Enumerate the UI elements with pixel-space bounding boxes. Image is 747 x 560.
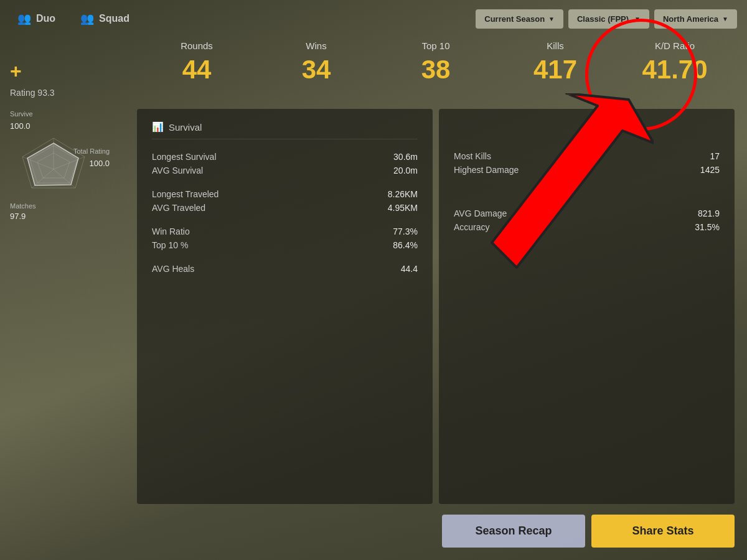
region-dropdown[interactable]: North America ▼: [654, 9, 737, 29]
survive-label: Survive: [10, 110, 33, 118]
top10-percent-value: 86.4%: [393, 240, 418, 250]
rounds-value: 44: [137, 55, 256, 85]
avg-survival-label: AVG Survival: [152, 166, 203, 175]
most-kills-value: 17: [710, 151, 720, 161]
longest-traveled-value: 8.26KM: [388, 189, 418, 199]
accuracy-row: Accuracy 31.5%: [454, 222, 720, 232]
rounds-stat: Rounds 44: [137, 40, 256, 85]
squad-icon: 👥: [80, 12, 94, 26]
win-ratio-row: Win Ratio 77.3%: [152, 226, 418, 236]
avg-heals-row: AVG Heals 44.4: [152, 264, 418, 274]
survival-chart-icon: 📊: [152, 121, 164, 133]
stats-header: Rounds 44 Wins 34 Top 10 38 Kills 417 K/…: [137, 40, 735, 85]
wins-stat: Wins 34: [256, 40, 376, 85]
share-stats-button[interactable]: Share Stats: [591, 515, 735, 548]
wins-label: Wins: [256, 40, 376, 51]
avg-traveled-value: 4.95KM: [388, 203, 418, 213]
kd-value: 41.70: [615, 55, 735, 85]
longest-survival-row: Longest Survival 30.6m: [152, 152, 418, 162]
matches-value: 97.9: [10, 212, 26, 221]
region-dropdown-label: North America: [663, 14, 718, 24]
top10-stat: Top 10 38: [376, 40, 496, 85]
top10-percent-row: Top 10 % 86.4%: [152, 240, 418, 250]
avg-traveled-row: AVG Traveled 4.95KM: [152, 203, 418, 213]
season-chevron-icon: ▼: [548, 16, 555, 22]
avg-damage-label: AVG Damage: [454, 208, 507, 218]
bottom-buttons: Season Recap Share Stats: [442, 515, 735, 548]
win-ratio-value: 77.3%: [393, 226, 418, 236]
top10-value: 38: [376, 55, 496, 85]
kd-label: K/D Ratio: [615, 40, 735, 51]
most-kills-label: Most Kills: [454, 151, 491, 161]
duo-tab[interactable]: 👥 Duo: [10, 7, 63, 30]
avg-survival-value: 20.0m: [393, 166, 418, 175]
win-ratio-label: Win Ratio: [152, 226, 190, 236]
avg-survival-row: AVG Survival 20.0m: [152, 166, 418, 175]
combat-panel: Most Kills 17 Highest Damage 1425 AVG Da…: [439, 109, 735, 504]
squad-label: Squad: [99, 13, 129, 24]
squad-tab[interactable]: 👥 Squad: [73, 7, 137, 30]
season-recap-button[interactable]: Season Recap: [442, 515, 585, 548]
radar-chart: Survive 100.0 Total Rating 100.0 Matches…: [10, 110, 110, 222]
left-panel: + Rating 93.3 Survive 100.0 Total Rating…: [0, 50, 131, 560]
kills-value: 417: [496, 55, 615, 85]
avg-damage-row: AVG Damage 821.9: [454, 208, 720, 218]
longest-survival-label: Longest Survival: [152, 152, 217, 162]
region-chevron-icon: ▼: [722, 16, 728, 22]
duo-icon: 👥: [17, 12, 31, 26]
kills-stat: Kills 417: [496, 40, 615, 85]
survival-header: 📊 Survival: [152, 121, 418, 139]
season-dropdown[interactable]: Current Season ▼: [476, 9, 563, 29]
mode-tabs: 👥 Duo 👥 Squad: [10, 7, 137, 30]
survival-panel: 📊 Survival Longest Survival 30.6m AVG Su…: [137, 109, 433, 504]
rating-text: Rating 93.3: [10, 88, 121, 98]
top10-percent-label: Top 10 %: [152, 240, 188, 250]
add-button[interactable]: +: [10, 60, 121, 83]
top-bar: 👥 Duo 👥 Squad Current Season ▼ Classic (…: [0, 0, 747, 37]
wins-value: 34: [256, 55, 376, 85]
matches-label: Matches: [10, 202, 36, 210]
avg-damage-value: 821.9: [698, 208, 720, 218]
kd-stat: K/D Ratio 41.70: [615, 40, 735, 85]
avg-traveled-label: AVG Traveled: [152, 203, 205, 213]
longest-traveled-label: Longest Traveled: [152, 189, 218, 199]
highest-damage-row: Highest Damage 1425: [454, 165, 720, 175]
mode-dropdown-label: Classic (FPP): [577, 14, 629, 24]
longest-traveled-row: Longest Traveled 8.26KM: [152, 189, 418, 199]
total-rating-value: 100.0: [89, 159, 110, 168]
avg-heals-value: 44.4: [401, 264, 418, 274]
most-kills-row: Most Kills 17: [454, 151, 720, 161]
highest-damage-label: Highest Damage: [454, 165, 519, 175]
mode-chevron-icon: ▼: [634, 16, 641, 22]
survive-value: 100.0: [10, 121, 31, 131]
rounds-label: Rounds: [137, 40, 256, 51]
top10-label: Top 10: [376, 40, 496, 51]
highest-damage-value: 1425: [700, 165, 720, 175]
accuracy-label: Accuracy: [454, 222, 490, 232]
survival-header-label: Survival: [169, 122, 202, 133]
radar-svg: [16, 132, 91, 207]
kills-label: Kills: [496, 40, 615, 51]
longest-survival-value: 30.6m: [393, 152, 418, 162]
duo-label: Duo: [36, 13, 55, 24]
avg-heals-label: AVG Heals: [152, 264, 194, 274]
main-content: 📊 Survival Longest Survival 30.6m AVG Su…: [137, 109, 735, 504]
accuracy-value: 31.5%: [695, 222, 720, 232]
filter-dropdowns: Current Season ▼ Classic (FPP) ▼ North A…: [476, 9, 737, 29]
season-dropdown-label: Current Season: [484, 14, 545, 24]
mode-dropdown[interactable]: Classic (FPP) ▼: [568, 9, 649, 29]
total-rating-label: Total Rating: [73, 147, 110, 155]
